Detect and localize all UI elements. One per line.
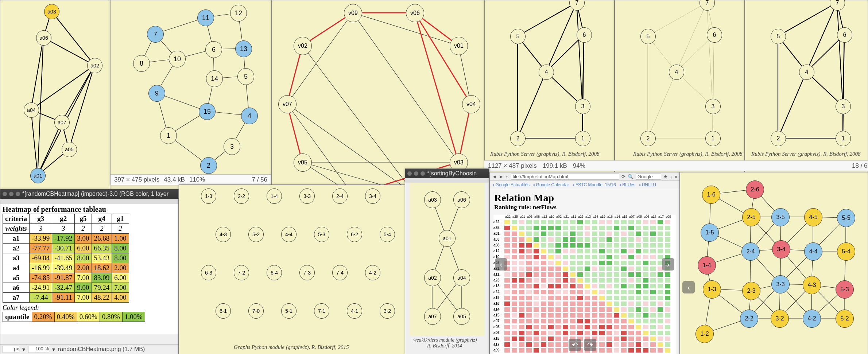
graph-node: 4-4 bbox=[281, 227, 297, 242]
graph-node: 2-4 bbox=[332, 188, 348, 204]
graph-node: 4-4 bbox=[804, 242, 822, 261]
heatmap-window: *[randomCBHeatmap] (imported)-3.0 (RGB c… bbox=[0, 189, 179, 354]
graph-node: 2 bbox=[771, 131, 786, 146]
zoom-select[interactable]: 100 % bbox=[28, 346, 49, 353]
rubis-size: 199.1 kB bbox=[543, 162, 567, 170]
rotate-left-button[interactable]: ↶ bbox=[569, 339, 581, 351]
weak-titlebar[interactable]: *[sortingByChoosin bbox=[405, 169, 489, 178]
bookmark-item[interactable]: ▪ Google Calendar bbox=[533, 182, 569, 187]
panel-graph-a: a03a06a02a04a07a05a01 bbox=[0, 0, 110, 190]
pairs-caption: Graphs Python module (graphviz), R. Bisd… bbox=[234, 344, 349, 350]
reload-icon[interactable]: ⟳ bbox=[621, 174, 625, 179]
prev-image-button[interactable]: ‹ bbox=[682, 281, 695, 293]
rubis-zoom: 94% bbox=[573, 162, 585, 170]
panel-pairs: Graphs Python module (graphviz), R. Bisd… bbox=[179, 184, 406, 354]
prev-image-button[interactable]: ‹ bbox=[495, 258, 507, 271]
graph-node: a03 bbox=[424, 191, 441, 208]
graph-node: v04 bbox=[462, 95, 480, 113]
graph-node: 2-2 bbox=[234, 188, 249, 204]
ruler-h bbox=[405, 178, 489, 183]
svg-line-37 bbox=[287, 13, 353, 104]
graph-node: 4-5 bbox=[804, 208, 822, 226]
graph-node: 2-6 bbox=[746, 180, 764, 199]
close-icon[interactable] bbox=[407, 171, 412, 176]
maximize-icon[interactable] bbox=[16, 192, 20, 196]
download-icon[interactable]: ↓ bbox=[670, 174, 673, 179]
graph-node: 3-4 bbox=[365, 188, 380, 204]
graph-node: a06 bbox=[453, 191, 470, 208]
maximize-icon[interactable] bbox=[421, 171, 425, 176]
svg-line-1 bbox=[51, 11, 94, 65]
search-icon[interactable]: 🔍 bbox=[628, 174, 633, 179]
svg-line-101 bbox=[806, 3, 837, 72]
heatmap-titlebar[interactable]: *[randomCBHeatmap] (imported)-3.0 (RGB c… bbox=[0, 189, 178, 199]
graph-node: 2-3 bbox=[742, 282, 760, 300]
graph-node: 2 bbox=[200, 157, 217, 174]
unit-select[interactable]: px bbox=[3, 346, 19, 353]
graph-node: 4 bbox=[669, 65, 684, 80]
menu-icon[interactable]: ≡ bbox=[674, 174, 677, 179]
svg-line-50 bbox=[353, 13, 458, 162]
graph-node: 1 bbox=[575, 131, 590, 146]
close-icon[interactable] bbox=[3, 192, 7, 196]
relation-window: ◄ ► ⌂ file:///tmp/relationMap.html ⟳ 🔍 G… bbox=[489, 172, 680, 354]
graph-node: 5 bbox=[771, 29, 786, 44]
graph-node: a06 bbox=[36, 30, 51, 46]
graph-node: 1-5 bbox=[701, 223, 719, 242]
svg-line-3 bbox=[43, 38, 94, 65]
graph-node: 7-4 bbox=[332, 265, 348, 280]
rotate-right-button[interactable]: ↷ bbox=[584, 339, 596, 351]
bookmark-item[interactable]: ▪ UNI.LU bbox=[639, 182, 656, 187]
graph-node: 3-3 bbox=[771, 275, 790, 293]
rubis-caption-3: Rubis Python Server (graphviz), R. Bisdo… bbox=[751, 151, 861, 157]
rubis-dims: 1127 × 487 pixels bbox=[488, 162, 537, 170]
bookmark-item[interactable]: ▪ FSTC Moodle: 15/16 bbox=[573, 182, 616, 187]
graph-a-edges bbox=[0, 0, 110, 190]
svg-line-11 bbox=[38, 122, 62, 175]
svg-line-79 bbox=[648, 3, 707, 36]
home-icon[interactable]: ⌂ bbox=[506, 174, 509, 179]
graph-node: 2-5 bbox=[742, 208, 760, 226]
legend-label: Color legend: bbox=[3, 303, 176, 312]
bookmark-item[interactable]: ▪ BLUes bbox=[620, 182, 636, 187]
graph-node: 2-2 bbox=[740, 310, 758, 328]
next-image-button[interactable]: › bbox=[662, 258, 674, 271]
graph-node: 7-0 bbox=[248, 303, 264, 319]
svg-line-92 bbox=[778, 3, 837, 36]
svg-line-12 bbox=[38, 38, 43, 175]
unit-stepper-icon[interactable]: ▾ bbox=[22, 346, 25, 353]
forward-icon[interactable]: ► bbox=[499, 174, 504, 179]
graph-node: 5 bbox=[510, 29, 526, 44]
svg-line-66 bbox=[518, 3, 577, 36]
heatmap-title: Heatmap of performance tableau bbox=[3, 205, 176, 214]
url-bar[interactable]: file:///tmp/relationMap.html bbox=[511, 174, 619, 180]
back-icon[interactable]: ◄ bbox=[492, 174, 497, 179]
panel-b-pos: 7 / 56 bbox=[252, 176, 267, 183]
graph-node: 5-5 bbox=[837, 209, 855, 227]
graph-node: 6 bbox=[577, 27, 592, 43]
svg-line-43 bbox=[287, 104, 353, 194]
bookmark-icon[interactable]: ★ bbox=[663, 174, 668, 179]
graph-node: 2 bbox=[510, 131, 526, 146]
graph-node: 1-3 bbox=[703, 280, 721, 299]
search-field[interactable]: Google bbox=[636, 174, 661, 180]
bookmarks-bar: ▪ Google Actualités▪ Google Calendar▪ FS… bbox=[490, 181, 679, 189]
graph-node: 7-3 bbox=[299, 265, 315, 280]
graph-node: 5 bbox=[640, 29, 656, 44]
panel-rubis-3: 7564321 bbox=[745, 0, 868, 172]
minimize-icon[interactable] bbox=[9, 192, 13, 196]
zoom-stepper-icon[interactable]: ▾ bbox=[52, 346, 55, 353]
browser-toolbar: ◄ ► ⌂ file:///tmp/relationMap.html ⟳ 🔍 G… bbox=[490, 172, 679, 181]
minimize-icon[interactable] bbox=[414, 171, 418, 176]
graph-node: 3 bbox=[705, 99, 721, 114]
panel-rubis-2: 7564321 bbox=[615, 0, 745, 172]
graph-node: 7-2 bbox=[234, 265, 249, 280]
rubis-pos: 18 / 66 bbox=[852, 162, 868, 170]
bookmark-item[interactable]: ▪ Google Actualités bbox=[493, 182, 530, 187]
graph-node: 6-4 bbox=[267, 265, 282, 280]
graph-node: a01 bbox=[439, 230, 456, 247]
graph-node: 8 bbox=[133, 55, 150, 72]
graph-node: 5-4 bbox=[837, 242, 855, 261]
relation-subtitle: Ranking rule: netFlows bbox=[490, 204, 679, 213]
graph-node: 7-1 bbox=[314, 303, 329, 319]
